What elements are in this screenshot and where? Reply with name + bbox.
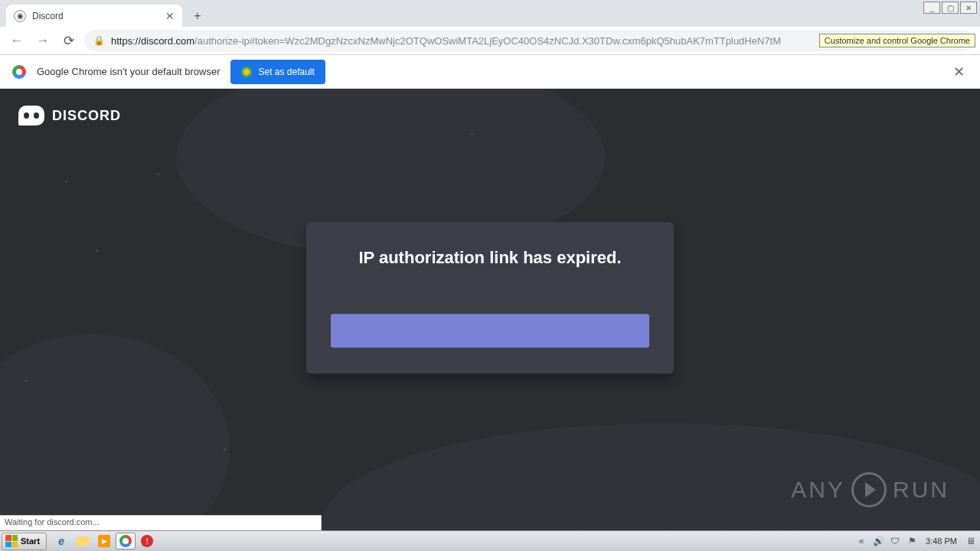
- star-icon: [96, 249, 98, 252]
- discord-wordmark: DISCORD: [52, 108, 121, 124]
- star-icon: [224, 448, 226, 451]
- status-bar: Waiting for discord.com...: [0, 515, 322, 530]
- watermark-text-left: ANY: [791, 477, 845, 503]
- ie-task-icon[interactable]: e: [51, 533, 71, 549]
- clock[interactable]: 3:48 PM: [923, 536, 960, 546]
- reload-button[interactable]: ⟳: [58, 30, 80, 51]
- chrome-task-icon[interactable]: [116, 533, 136, 549]
- discord-icon: [18, 106, 44, 126]
- back-button[interactable]: ←: [6, 30, 28, 51]
- media-task-icon[interactable]: ▶: [94, 533, 114, 549]
- globe-icon: ◉: [14, 10, 26, 22]
- window-controls: _ ▢ ✕: [923, 2, 977, 14]
- windows-icon: [5, 535, 18, 547]
- new-tab-button[interactable]: +: [187, 5, 208, 27]
- shield-icon: [241, 67, 252, 77]
- volume-icon[interactable]: 🔊: [872, 535, 884, 547]
- anyrun-watermark: ANY RUN: [791, 472, 949, 507]
- modal-title: IP authorization link has expired.: [331, 248, 649, 268]
- browser-tab[interactable]: ◉ Discord ✕: [6, 5, 182, 27]
- infobar-text: Google Chrome isn't your default browser: [37, 66, 220, 77]
- tab-bar: ◉ Discord ✕ +: [0, 0, 980, 27]
- default-browser-infobar: Google Chrome isn't your default browser…: [0, 55, 980, 89]
- watermark-text-right: RUN: [893, 477, 949, 503]
- tab-title: Discord: [32, 11, 159, 21]
- chrome-menu-tooltip: Customize and control Google Chrome: [819, 34, 975, 47]
- security-icon[interactable]: 🛡: [889, 535, 901, 547]
- explorer-task-icon[interactable]: [73, 533, 93, 549]
- start-button[interactable]: Start: [2, 533, 47, 550]
- discord-logo: DISCORD: [18, 106, 121, 126]
- auth-modal: IP authorization link has expired.: [306, 222, 674, 373]
- infobar-close-button[interactable]: ✕: [950, 60, 968, 83]
- close-tab-icon[interactable]: ✕: [165, 10, 175, 22]
- system-tray: « 🔊 🛡 ⚑ 3:48 PM 🖥: [855, 535, 980, 547]
- star-icon: [65, 181, 67, 183]
- bg-shape: [0, 334, 230, 530]
- forward-button[interactable]: →: [32, 30, 54, 51]
- start-label: Start: [21, 536, 40, 546]
- close-window-button[interactable]: ✕: [960, 2, 977, 14]
- quick-launch: e ▶ !: [51, 533, 157, 549]
- maximize-button[interactable]: ▢: [942, 2, 959, 14]
- set-default-label: Set as default: [258, 67, 314, 77]
- minimize-button[interactable]: _: [923, 2, 940, 14]
- tray-expand-icon[interactable]: «: [855, 535, 867, 547]
- page-content: DISCORD IP authorization link has expire…: [0, 89, 980, 530]
- set-default-button[interactable]: Set as default: [230, 60, 325, 84]
- play-icon: [851, 472, 887, 507]
- url-text: https://discord.com/authorize-ip#token=W…: [111, 35, 781, 47]
- star-icon: [157, 173, 159, 175]
- lock-icon: 🔒: [93, 35, 105, 46]
- flag-icon[interactable]: ⚑: [906, 535, 918, 547]
- chrome-icon: [12, 65, 26, 79]
- star-icon: [471, 133, 473, 135]
- app-task-icon[interactable]: !: [137, 533, 157, 549]
- star-icon: [24, 380, 27, 382]
- modal-action-button[interactable]: [331, 314, 649, 347]
- taskbar: Start e ▶ ! « 🔊 🛡 ⚑ 3:48 PM 🖥: [0, 530, 980, 551]
- monitor-icon[interactable]: 🖥: [965, 535, 977, 547]
